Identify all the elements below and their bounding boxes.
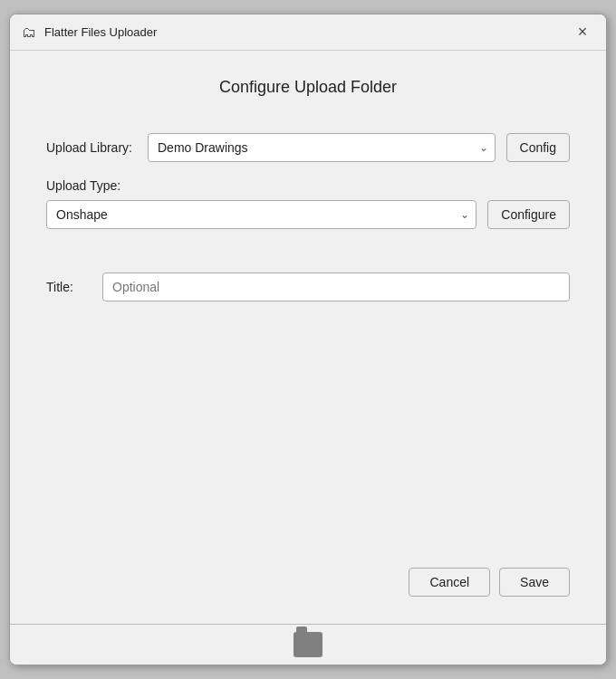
upload-library-row: Upload Library: Demo Drawings Library 2 … (46, 133, 570, 162)
title-label: Title: (46, 280, 91, 294)
window-title: Flatter Files Uploader (44, 25, 157, 39)
folder-icon (294, 632, 322, 657)
upload-type-label: Upload Type: (46, 178, 570, 193)
title-bar: 🗂 Flatter Files Uploader × (10, 14, 606, 51)
upload-type-select-wrapper: Onshape Local Cloud ⌄ (46, 200, 476, 229)
main-window: 🗂 Flatter Files Uploader × Configure Upl… (9, 14, 607, 665)
title-row: Title: (46, 273, 570, 301)
upload-type-row: Onshape Local Cloud ⌄ Configure (46, 200, 570, 229)
upload-type-section: Upload Type: Onshape Local Cloud ⌄ Confi… (46, 178, 570, 245)
save-button[interactable]: Save (499, 568, 570, 597)
window-footer (10, 624, 606, 665)
config-button[interactable]: Config (506, 133, 570, 162)
window-body: Configure Upload Folder Upload Library: … (10, 51, 606, 624)
title-input[interactable] (102, 273, 570, 301)
upload-library-select-wrapper: Demo Drawings Library 2 Library 3 ⌄ (148, 133, 496, 162)
upload-type-select[interactable]: Onshape Local Cloud (46, 200, 476, 229)
configure-button[interactable]: Configure (487, 200, 570, 229)
button-row: Cancel Save (46, 568, 570, 606)
dialog-title: Configure Upload Folder (46, 78, 570, 97)
upload-library-select[interactable]: Demo Drawings Library 2 Library 3 (148, 133, 496, 162)
window-icon: 🗂 (21, 24, 37, 41)
close-button[interactable]: × (570, 20, 595, 45)
title-bar-left: 🗂 Flatter Files Uploader (21, 24, 157, 41)
cancel-button[interactable]: Cancel (409, 568, 490, 597)
upload-library-label: Upload Library: (46, 140, 137, 155)
